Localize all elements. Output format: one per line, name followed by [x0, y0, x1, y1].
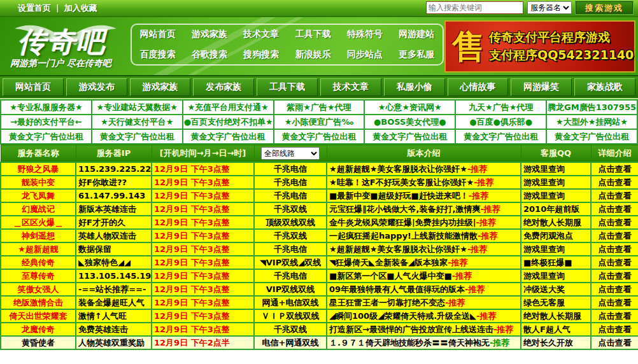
version-desc-link[interactable]: 09年最独特最有人气最值得玩的版本-推荐 [327, 283, 521, 296]
version-desc-link[interactable]: ◢瞬间100级◢荣耀倚天特戒.升级全送◣-推荐 [327, 309, 521, 323]
server-name-link[interactable]: 靓装中变 [1, 176, 76, 189]
ad-link-cell[interactable]: ★小陈便宜广告‰ [274, 115, 365, 129]
version-desc-link[interactable]: 一起疯狂摇起happy!上线新技能激情散-推荐 [327, 229, 521, 242]
header-nav-link[interactable]: 特殊符号 [339, 29, 390, 40]
header-nav-link[interactable]: 技术文章 [236, 29, 287, 40]
main-nav-item[interactable]: 技术文章 [320, 78, 381, 96]
payment-ad-banner[interactable]: 售 传奇支付平台程序游戏 支付程序QQ542321140 [444, 20, 635, 73]
server-name-link[interactable]: 龙飞凤舞 [1, 189, 76, 202]
version-desc-link[interactable]: ◥狂爆倚天◣全新装备◢版本独家-推荐 [327, 256, 521, 269]
server-name-link[interactable]: 黄昏使者 [1, 336, 76, 349]
server-name-link[interactable]: 龙魔传奇 [1, 323, 76, 336]
ad-link-cell[interactable]: ★充值平台用支付通★ [183, 100, 274, 115]
server-name-link[interactable]: 野狼之风暴 [1, 162, 76, 176]
server-name-link[interactable]: 笑傲女强人 [1, 283, 76, 296]
ad-link-cell[interactable]: 黄金文字广告位出租 [92, 129, 183, 144]
detail-link[interactable]: 点击查看 [591, 269, 638, 283]
ad-link-cell[interactable]: 黄金文字广告位出租 [274, 129, 365, 144]
version-desc-link[interactable]: 星王狂雷王者一切靠打绝不变态-推荐 [327, 296, 521, 309]
server-name-link[interactable]: 倚天出世荣耀套 [1, 309, 76, 323]
detail-link[interactable]: 点击查看 [591, 336, 638, 349]
detail-link[interactable]: 点击查看 [591, 216, 638, 229]
server-name-link[interactable]: 绝版激情合击 [1, 296, 76, 309]
main-nav-item[interactable]: 网游爆笑 [511, 78, 572, 96]
server-table: 服务器名称 服务器IP [开机时间→月→日→时] 全部线路 版本介绍 客服QQ … [0, 144, 638, 350]
server-name-link[interactable]: 幻魔战记 [1, 202, 76, 216]
server-ip: 好F你敢进?? [76, 176, 152, 189]
header-nav-link[interactable]: 谷歌搜索 [183, 49, 235, 60]
main-nav-item[interactable]: 发布家族 [193, 78, 254, 96]
main-nav-item[interactable]: 网站首页 [3, 78, 64, 96]
version-desc-link[interactable]: 元宝狂爆‖花小钱做大爷,装备好打,激情爽-推荐 [327, 202, 521, 216]
version-desc-link[interactable]: １.９７１倚天辟地技能秒杀〓〓倚天神袍无-推荐 [327, 336, 521, 349]
version-desc-link[interactable]: ■新区第一个区■人气火爆中变■-推荐 [327, 269, 521, 283]
ad-link-cell[interactable]: 黄金文字广告位出租 [1, 129, 92, 144]
version-desc-link[interactable]: 打造新区→最强悍的广告投放宣传上线送连击-推荐 [327, 323, 521, 336]
topbar-links: 设置首页 | 加入收藏 [0, 3, 97, 14]
ad-link-cell[interactable]: 腾龙GM廣告130795554 [546, 100, 637, 115]
search-category-select[interactable]: 服务器名 [527, 1, 572, 14]
ad-link-cell[interactable]: 黄金文字广告位出租 [364, 129, 455, 144]
ad-link-cell[interactable]: ★专业建站天翼数据★ [92, 100, 183, 115]
qq-info: 游戏里查询 [521, 242, 591, 256]
header-nav-link[interactable]: 新浪娱乐 [287, 49, 339, 60]
version-desc-link[interactable]: 金牛炎龙锐风荣耀狂爆|免费挂内功挂级|-推荐 [327, 216, 521, 229]
main-nav-item[interactable]: 工具下载 [257, 78, 318, 96]
server-name-link[interactable]: 经典传奇 [1, 256, 76, 269]
set-homepage-link[interactable]: 设置首页 [18, 3, 51, 14]
header-nav-link[interactable]: 游戏家族 [183, 29, 235, 40]
header-nav-link[interactable]: 百度搜索 [132, 49, 183, 60]
detail-link[interactable]: 点击查看 [591, 202, 638, 216]
main-nav-item[interactable]: 游戏家族 [130, 78, 191, 96]
ad-link-cell[interactable]: ●BOSS美女代理● [364, 115, 455, 129]
line-type: ◥VIP双线◢双线 [254, 256, 327, 269]
add-favorite-link[interactable]: 加入收藏 [64, 3, 97, 14]
detail-link[interactable]: 点击查看 [591, 229, 638, 242]
ad-link-cell[interactable]: 黄金文字广告位出租 [546, 129, 637, 144]
main-nav-item[interactable]: 游戏发布 [66, 78, 127, 96]
server-name-link[interactable]: 神剑遥想 [1, 229, 76, 242]
ad-link-cell[interactable]: ★专业私服服务器★ [1, 100, 92, 115]
main-nav-item[interactable]: 家族战歌 [574, 78, 635, 96]
main-nav-item[interactable]: 心情故事 [448, 78, 509, 96]
version-desc-link[interactable]: ★超新超靓★美女客服脱衣让你强奸★-推荐 [327, 162, 521, 176]
header-nav-link[interactable]: 工具下载 [287, 29, 339, 40]
version-desc-link[interactable]: ■最新中变■超级好玩■赶快进来吧！-推荐 [327, 189, 521, 202]
detail-link[interactable]: 点击查看 [591, 189, 638, 202]
logo[interactable]: 传奇吧 网游第一门户 尽在传奇吧 [6, 18, 127, 74]
ad-link-cell[interactable]: 黄金文字广告位出租 [455, 129, 546, 144]
header-nav-link[interactable]: 更多私服 [391, 49, 443, 60]
search-input[interactable] [426, 1, 523, 14]
ad-link-cell[interactable]: 紫雨★广告★代理 [274, 100, 365, 115]
server-name-link[interactable]: 至尊传奇 [1, 269, 76, 283]
ad-link-cell[interactable]: ★心意★资讯网★ [364, 100, 455, 115]
ad-link-cell[interactable]: ★大型外★挂网站★ [546, 115, 637, 129]
version-desc-link[interactable]: ★哇靠！这F不好玩美女客服让你强奸★-推荐 [327, 176, 521, 189]
server-name-link[interactable]: ＿区区火爆＿ [1, 216, 76, 229]
detail-link[interactable]: 点击查看 [591, 176, 638, 189]
ad-link-cell[interactable]: 九天★广告★代理 [455, 100, 546, 115]
detail-link[interactable]: 点击查看 [591, 309, 638, 323]
search-game-button[interactable]: 搜索游戏 [576, 1, 633, 14]
ad-link-cell[interactable]: →最好的支付平台← [1, 115, 92, 129]
main-nav-item[interactable]: 私服小偷 [384, 78, 445, 96]
version-desc-link[interactable]: ★超新超靓★美女客服脱衣让你强奸★-推荐 [327, 242, 521, 256]
line-filter-select[interactable]: 全部线路 [261, 147, 320, 160]
ad-link-cell[interactable]: ●百页支付绝对不扣单★ [183, 115, 274, 129]
detail-link[interactable]: 点击查看 [591, 283, 638, 296]
header-nav-link[interactable]: 网站首页 [132, 29, 183, 40]
detail-link[interactable]: 点击查看 [591, 256, 638, 269]
header-nav-link[interactable]: 网游建站 [391, 29, 443, 40]
detail-link[interactable]: 点击查看 [591, 323, 638, 336]
server-name-link[interactable]: ★超新超靓 [1, 242, 76, 256]
open-time: 12月9日 下午3点整 [152, 162, 254, 176]
ad-link-cell[interactable]: 黄金文字广告位出租 [183, 129, 274, 144]
ad-link-cell[interactable]: ★天行健支付平台★ [92, 115, 183, 129]
detail-link[interactable]: 点击查看 [591, 296, 638, 309]
recommend-tag: -推荐 [476, 218, 496, 227]
ad-link-cell[interactable]: ●百度●俱乐部● [455, 115, 546, 129]
detail-link[interactable]: 点击查看 [591, 242, 638, 256]
header-nav-link[interactable]: 同步站点 [339, 49, 390, 60]
detail-link[interactable]: 点击查看 [591, 162, 638, 176]
header-nav-link[interactable]: 搜狗搜索 [236, 49, 287, 60]
